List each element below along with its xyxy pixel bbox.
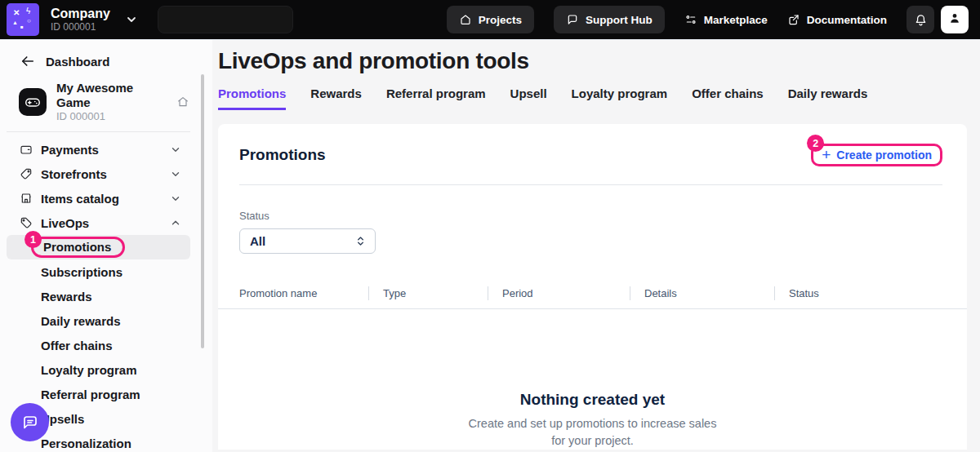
- company-logo-icon[interactable]: ✕ ϟ ▲ ○ ■: [7, 3, 39, 36]
- column-header-details: Details: [630, 286, 774, 300]
- promotions-card: Promotions 2 + Create promotion Status A…: [218, 124, 967, 450]
- sidebar-item-label: LiveOps: [41, 216, 89, 230]
- sidebar-item-label: Storefronts: [41, 167, 107, 181]
- tab-bar: Promotions Rewards Referral program Upse…: [218, 86, 967, 110]
- empty-state-title: Nothing created yet: [218, 391, 967, 409]
- sidebar-item-label: Personalization: [41, 436, 131, 450]
- chat-widget-button[interactable]: [11, 403, 49, 441]
- logo-glyph: ■: [20, 24, 24, 29]
- table-header-row: Promotion name Type Period Details Statu…: [218, 286, 967, 300]
- company-selector[interactable]: Company ID 000001: [51, 7, 110, 33]
- wallet-icon: [20, 143, 33, 156]
- column-header-type: Type: [368, 286, 488, 300]
- chat-bubble-icon: [566, 13, 579, 26]
- sidebar-item-offer-chains[interactable]: Offer chains: [0, 333, 212, 357]
- annotation-highlight-2: 2 + Create promotion: [811, 144, 942, 166]
- sidebar-item-daily-rewards[interactable]: Daily rewards: [0, 308, 212, 333]
- back-arrow-icon: [20, 53, 36, 69]
- sidebar-item-label: Promotions: [43, 240, 111, 254]
- tab-offer-chains[interactable]: Offer chains: [692, 86, 764, 110]
- sidebar-item-loyalty-program[interactable]: Loyalty program: [0, 357, 212, 382]
- sidebar-item-payments[interactable]: Payments: [0, 137, 212, 162]
- sidebar-item-promotions[interactable]: 1 Promotions: [7, 235, 190, 259]
- support-hub-label: Support Hub: [586, 14, 653, 26]
- back-label: Dashboard: [46, 55, 109, 69]
- sidebar-item-label: Daily rewards: [41, 314, 121, 328]
- documentation-link[interactable]: Documentation: [787, 13, 887, 26]
- tab-referral-program[interactable]: Referral program: [386, 86, 486, 110]
- create-promotion-button[interactable]: + Create promotion: [822, 148, 932, 162]
- external-link-icon: [787, 13, 800, 26]
- sidebar-item-storefronts[interactable]: Storefronts: [0, 162, 212, 186]
- logo-glyph: ▲: [12, 20, 18, 25]
- topbar-nav: Projects Support Hub Marketplace Documen…: [447, 6, 887, 33]
- project-id: ID 000001: [56, 110, 167, 123]
- chevron-down-icon: [170, 168, 181, 179]
- bell-icon: [914, 13, 928, 27]
- chevron-up-icon: [170, 217, 181, 228]
- sidebar-item-rewards[interactable]: Rewards: [0, 284, 212, 308]
- projects-label: Projects: [479, 14, 522, 26]
- plus-icon: +: [822, 148, 831, 162]
- sidebar-item-label: Referral program: [41, 388, 140, 401]
- company-name: Company: [51, 7, 110, 21]
- sidebar-item-label: Loyalty program: [41, 363, 137, 377]
- tab-upsell[interactable]: Upsell: [510, 86, 547, 110]
- storefront-icon: [20, 192, 33, 205]
- marketplace-icon: [684, 13, 697, 26]
- account-button[interactable]: [941, 6, 969, 33]
- gamepad-icon: [19, 88, 47, 116]
- marketplace-link[interactable]: Marketplace: [684, 13, 768, 26]
- chevron-down-icon: [170, 193, 181, 204]
- card-divider: [239, 184, 942, 185]
- person-icon: [947, 11, 962, 29]
- tab-daily-rewards[interactable]: Daily rewards: [788, 86, 868, 110]
- column-header-period: Period: [488, 286, 630, 300]
- sidebar-item-label: Items catalog: [41, 192, 119, 206]
- company-id: ID 000001: [51, 21, 110, 33]
- tab-loyalty-program[interactable]: Loyalty program: [572, 86, 668, 110]
- chevron-down-icon[interactable]: [125, 13, 138, 26]
- home-icon[interactable]: [176, 95, 189, 109]
- app-root: ✕ ϟ ▲ ○ ■ Company ID 000001 Projects: [0, 0, 980, 452]
- sidebar-scrollbar[interactable]: [201, 74, 204, 348]
- sidebar-item-items-catalog[interactable]: Items catalog: [0, 186, 212, 210]
- chevron-down-icon: [170, 144, 181, 155]
- projects-button[interactable]: Projects: [447, 6, 534, 33]
- topbar-search-box[interactable]: [158, 6, 293, 33]
- empty-state: Nothing created yet Create and set up pr…: [218, 391, 967, 450]
- annotation-highlight-1: 1 Promotions: [31, 237, 125, 258]
- card-heading: Promotions: [239, 146, 326, 164]
- tag-icon: [20, 167, 33, 180]
- table-divider: [218, 308, 967, 309]
- project-meta: My Awesome Game ID 000001: [56, 81, 167, 123]
- logo-glyph: ϟ: [26, 7, 30, 16]
- tab-rewards[interactable]: Rewards: [310, 86, 362, 110]
- project-card[interactable]: My Awesome Game ID 000001: [19, 81, 189, 123]
- create-promotion-label: Create promotion: [836, 148, 932, 162]
- support-hub-button[interactable]: Support Hub: [554, 6, 665, 33]
- card-header: Promotions 2 + Create promotion: [218, 124, 967, 166]
- marketplace-label: Marketplace: [704, 14, 768, 26]
- chat-bubble-icon: [20, 413, 40, 432]
- status-filter-select[interactable]: All: [239, 228, 376, 254]
- sidebar-item-label: Subscriptions: [41, 265, 122, 279]
- sidebar-item-subscriptions[interactable]: Subscriptions: [0, 259, 212, 284]
- annotation-step-badge: 1: [24, 231, 42, 248]
- column-header-promotion-name: Promotion name: [239, 286, 368, 300]
- tag-icon: [20, 216, 33, 229]
- topbar-actions: [906, 6, 969, 33]
- status-filter-value: All: [250, 234, 265, 248]
- project-name: My Awesome Game: [56, 81, 167, 110]
- logo-glyph: ✕: [13, 9, 20, 17]
- column-header-status: Status: [774, 286, 946, 300]
- empty-state-description: Create and set up promotions to increase…: [466, 415, 719, 450]
- content-shell: Dashboard My Awesome Game ID 000001: [0, 39, 980, 452]
- logo-glyph: ○: [27, 18, 31, 24]
- back-to-dashboard-link[interactable]: Dashboard: [0, 51, 212, 71]
- notifications-button[interactable]: [906, 6, 934, 33]
- tab-promotions[interactable]: Promotions: [218, 86, 286, 110]
- sidebar-item-label: Payments: [41, 143, 99, 157]
- projects-icon: [459, 13, 472, 26]
- sidebar-item-label: Offer chains: [41, 339, 113, 352]
